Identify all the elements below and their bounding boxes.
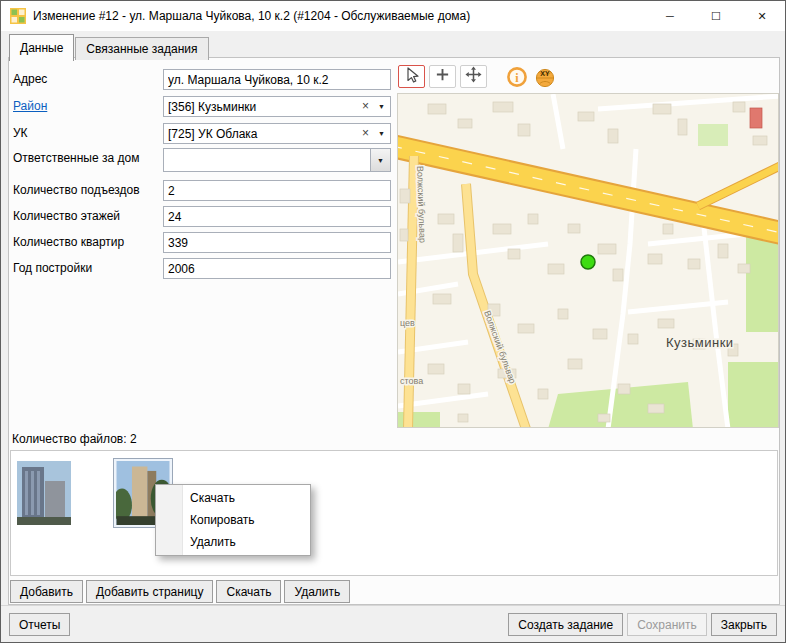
- form-row-address: Адрес: [9, 69, 394, 93]
- info-button[interactable]: i: [505, 65, 528, 88]
- district-value: [356] Кузьминки: [164, 100, 358, 114]
- create-task-button[interactable]: Создать задание: [508, 613, 623, 636]
- floors-input[interactable]: [163, 206, 391, 227]
- dialog-window: Изменение #12 - ул. Маршала Чуйкова, 10 …: [0, 0, 786, 643]
- responsible-combobox[interactable]: ▼: [163, 148, 391, 172]
- info-icon: i: [506, 66, 528, 88]
- tab-strip: Данные Связанные задания: [9, 34, 210, 60]
- responsible-label: Ответственные за дом: [13, 151, 139, 165]
- apartments-input[interactable]: [163, 232, 391, 253]
- save-button: Сохранить: [627, 613, 707, 636]
- clear-icon[interactable]: ×: [358, 97, 373, 116]
- app-icon: [10, 8, 26, 24]
- footer-bar: Отчеты Создать задание Сохранить Закрыть: [1, 605, 785, 642]
- footer-right-buttons: Создать задание Сохранить Закрыть: [508, 613, 777, 636]
- crosshair-tool-button[interactable]: [429, 65, 456, 88]
- move-arrows-icon: [465, 66, 482, 87]
- build-year-input[interactable]: [163, 258, 391, 279]
- tab-data[interactable]: Данные: [9, 34, 74, 61]
- apartments-label: Количество квартир: [13, 235, 124, 249]
- title-bar[interactable]: Изменение #12 - ул. Маршала Чуйкова, 10 …: [1, 1, 785, 31]
- management-company-combobox[interactable]: [725] УК Облака × ▼: [163, 123, 391, 144]
- form-row-apartments: Количество квартир: [9, 232, 394, 256]
- download-file-button[interactable]: Скачать: [216, 580, 281, 603]
- form-row-management-company: УК [725] УК Облака × ▼: [9, 123, 394, 147]
- menu-item-download[interactable]: Скачать: [156, 487, 310, 509]
- floors-label: Количество этажей: [13, 209, 120, 223]
- close-dialog-button[interactable]: Закрыть: [711, 613, 777, 636]
- add-page-button[interactable]: Добавить страницу: [86, 580, 213, 603]
- chevron-down-icon[interactable]: ▼: [370, 149, 390, 171]
- context-menu: Скачать Копировать Удалить: [155, 484, 311, 556]
- reports-button[interactable]: Отчеты: [9, 613, 70, 636]
- build-year-label: Год постройки: [13, 261, 92, 275]
- delete-file-button[interactable]: Удалить: [284, 580, 350, 603]
- street-label-partial: стова: [400, 376, 423, 386]
- add-file-button[interactable]: Добавить: [10, 580, 83, 603]
- map-marker[interactable]: [581, 255, 595, 269]
- svg-text:XY: XY: [540, 70, 550, 77]
- window-title: Изменение #12 - ул. Маршала Чуйкова, 10 …: [33, 9, 470, 23]
- form-row-entrances: Количество подъездов: [9, 180, 394, 204]
- files-panel[interactable]: [10, 450, 778, 576]
- chevron-down-icon[interactable]: ▼: [373, 124, 390, 143]
- district-link[interactable]: Район: [13, 99, 47, 113]
- window-controls: ─ ☐ ✕: [647, 1, 785, 31]
- map-canvas[interactable]: Волжский бульвар Волжский бульвар цев ст…: [397, 93, 779, 428]
- form-row-responsible: Ответственные за дом ▼: [9, 148, 394, 172]
- select-tool-button[interactable]: [398, 65, 425, 88]
- chevron-down-icon[interactable]: ▼: [373, 97, 390, 116]
- management-company-value: [725] УК Облака: [164, 127, 358, 141]
- management-company-label: УК: [13, 126, 28, 140]
- tab-linked-tasks[interactable]: Связанные задания: [75, 37, 208, 60]
- street-label-partial: цев: [400, 318, 415, 328]
- menu-item-delete[interactable]: Удалить: [156, 531, 310, 553]
- tab-page-data: Адрес Район [356] Кузьминки × ▼ УК [725]…: [8, 57, 780, 605]
- district-combobox[interactable]: [356] Кузьминки × ▼: [163, 96, 391, 117]
- file-actions-bar: Добавить Добавить страницу Скачать Удали…: [10, 580, 350, 603]
- file-thumbnail[interactable]: [17, 461, 71, 525]
- maximize-button[interactable]: ☐: [693, 1, 739, 31]
- files-count-label: Количество файлов: 2: [12, 432, 137, 446]
- form-row-build-year: Год постройки: [9, 258, 394, 282]
- menu-item-copy[interactable]: Копировать: [156, 509, 310, 531]
- form-row-district: Район [356] Кузьминки × ▼: [9, 96, 394, 120]
- close-button[interactable]: ✕: [739, 1, 785, 31]
- entrances-input[interactable]: [163, 180, 391, 201]
- minimize-button[interactable]: ─: [647, 1, 693, 31]
- address-label: Адрес: [13, 72, 47, 86]
- cursor-arrow-icon: [404, 67, 420, 87]
- district-label: Кузьминки: [666, 335, 734, 350]
- pan-tool-button[interactable]: [460, 65, 487, 88]
- entrances-label: Количество подъездов: [13, 183, 140, 197]
- form-row-floors: Количество этажей: [9, 206, 394, 230]
- clear-icon[interactable]: ×: [358, 124, 373, 143]
- crosshair-icon: [435, 67, 450, 86]
- xy-globe-icon: XY: [534, 66, 556, 88]
- xy-coordinates-button[interactable]: XY: [533, 65, 556, 88]
- address-input[interactable]: [163, 69, 391, 90]
